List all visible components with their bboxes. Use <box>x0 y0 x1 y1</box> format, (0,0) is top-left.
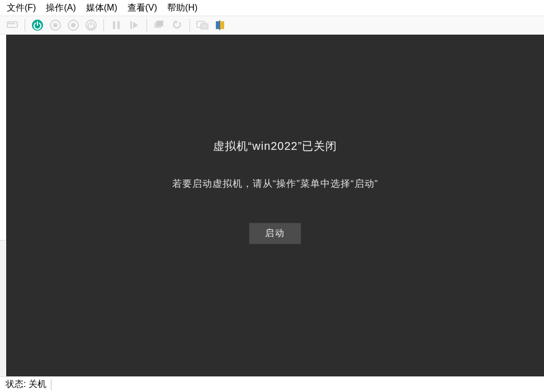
svg-rect-0 <box>7 22 17 27</box>
svg-rect-3 <box>13 23 15 25</box>
turn-off-button[interactable] <box>48 17 63 33</box>
toolbar-separator <box>190 19 190 31</box>
status-bar: 状态: 关机 <box>0 376 544 392</box>
share-button[interactable] <box>212 17 228 33</box>
main-area: 虚拟机“win2022”已关闭 若要启动虚拟机，请从“操作”菜单中选择“启动” … <box>0 35 544 376</box>
svg-rect-2 <box>11 23 12 25</box>
enhanced-session-button[interactable] <box>195 17 210 33</box>
pause-button[interactable] <box>108 17 124 33</box>
vm-status-hint: 若要启动虚拟机，请从“操作”菜单中选择“启动” <box>172 177 379 190</box>
svg-rect-1 <box>8 23 10 25</box>
shutdown-button[interactable] <box>65 17 81 33</box>
svg-rect-12 <box>130 21 132 29</box>
svg-rect-18 <box>220 21 224 29</box>
enhanced-session-icon <box>196 20 209 30</box>
svg-rect-11 <box>117 21 120 29</box>
menu-action[interactable]: 操作(A) <box>46 2 75 14</box>
pause-icon <box>112 21 121 30</box>
svg-rect-6 <box>54 23 58 27</box>
vm-status-title: 虚拟机“win2022”已关闭 <box>213 139 338 154</box>
revert-button[interactable] <box>169 17 185 33</box>
reset-button[interactable] <box>126 17 142 33</box>
power-on-icon <box>31 19 44 31</box>
toolbar-separator <box>146 19 147 31</box>
menu-help[interactable]: 帮助(H) <box>167 2 197 14</box>
menu-bar: 文件(F) 操作(A) 媒体(M) 查看(V) 帮助(H) <box>0 0 544 16</box>
svg-rect-17 <box>216 21 220 29</box>
ctrl-alt-del-button[interactable] <box>4 17 20 33</box>
vm-display: 虚拟机“win2022”已关闭 若要启动虚拟机，请从“操作”菜单中选择“启动” … <box>6 35 544 376</box>
stop-icon <box>49 19 62 31</box>
menu-view[interactable]: 查看(V) <box>127 2 157 14</box>
revert-icon <box>171 20 183 30</box>
svg-point-8 <box>71 23 75 27</box>
menu-media[interactable]: 媒体(M) <box>86 2 117 14</box>
save-state-icon <box>85 19 97 31</box>
start-button[interactable]: 启动 <box>249 223 301 244</box>
share-icon <box>215 20 226 31</box>
checkpoint-icon <box>153 20 165 30</box>
save-button[interactable] <box>83 17 99 33</box>
status-label: 状态: 关机 <box>6 379 46 390</box>
shutdown-icon <box>67 19 79 31</box>
toolbar <box>0 16 544 35</box>
svg-rect-10 <box>113 21 115 29</box>
start-vm-button[interactable] <box>30 17 45 33</box>
toolbar-separator <box>25 19 25 31</box>
ctrl-alt-del-icon <box>7 21 18 30</box>
checkpoint-button[interactable] <box>152 17 167 33</box>
status-separator <box>51 379 51 390</box>
toolbar-separator <box>103 19 104 31</box>
menu-file[interactable]: 文件(F) <box>7 2 36 14</box>
svg-rect-16 <box>201 23 208 29</box>
svg-rect-14 <box>157 21 163 26</box>
left-gutter-accent <box>0 336 6 376</box>
left-gutter <box>0 35 6 376</box>
resume-icon <box>130 21 139 30</box>
